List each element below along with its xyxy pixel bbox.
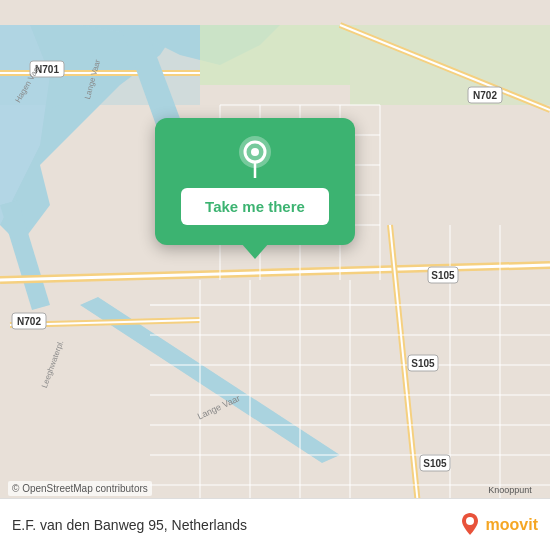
address-label: E.F. van den Banweg 95, Netherlands <box>12 517 448 533</box>
svg-rect-8 <box>350 25 550 105</box>
svg-text:S105: S105 <box>431 270 455 281</box>
svg-text:N702: N702 <box>17 316 41 327</box>
info-bar: E.F. van den Banweg 95, Netherlands moov… <box>0 498 550 550</box>
svg-rect-7 <box>200 25 350 85</box>
svg-text:S105: S105 <box>411 358 435 369</box>
copyright-notice: © OpenStreetMap contributors <box>8 481 152 496</box>
svg-text:S105: S105 <box>423 458 447 469</box>
svg-text:N702: N702 <box>473 90 497 101</box>
location-pin-icon <box>233 134 277 178</box>
svg-text:Knooppunt: Knooppunt <box>488 485 532 495</box>
take-me-there-button[interactable]: Take me there <box>181 188 329 225</box>
map-background: N701 N702 N702 S105 S105 S105 Knooppunt … <box>0 0 550 550</box>
map-container: N701 N702 N702 S105 S105 S105 Knooppunt … <box>0 0 550 550</box>
moovit-logo: moovit <box>456 511 538 539</box>
moovit-logo-text: moovit <box>486 516 538 534</box>
moovit-logo-icon <box>456 511 484 539</box>
svg-point-67 <box>466 517 474 525</box>
popup-card: Take me there <box>155 118 355 245</box>
svg-point-65 <box>251 148 259 156</box>
